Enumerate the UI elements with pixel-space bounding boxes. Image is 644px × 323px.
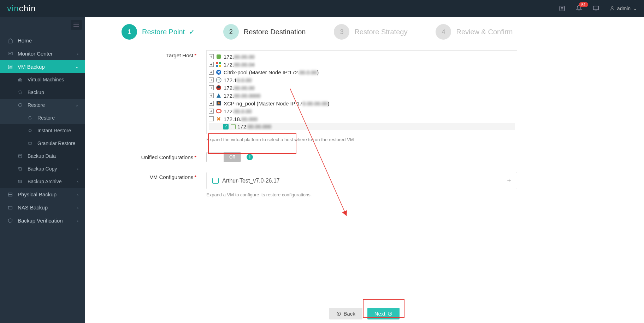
svg-rect-20	[8, 195, 12, 196]
svg-rect-16	[19, 168, 22, 170]
nav-backup-archive[interactable]: Backup Archive ‹	[0, 175, 85, 188]
svg-rect-11	[18, 79, 19, 81]
row-target-host: Target Host* +172.00.00.00 +172.00.00.04…	[107, 50, 621, 142]
svg-rect-21	[8, 206, 12, 209]
svg-rect-19	[8, 193, 12, 194]
user-menu[interactable]: admin ⌄	[609, 6, 637, 11]
annotation-box	[208, 133, 296, 154]
tree-node[interactable]: +XCP-ng_pool (Master Node IP:170.00.00.0…	[209, 99, 515, 107]
svg-point-35	[337, 312, 341, 316]
nav-nas-backup[interactable]: NAS Backup ‹	[0, 201, 85, 214]
svg-rect-23	[216, 62, 218, 64]
home-icon	[6, 38, 14, 44]
tree-node[interactable]: +172.00.00.04	[209, 60, 515, 68]
expand-plus-icon[interactable]: +	[507, 177, 511, 185]
step-restore-point[interactable]: 1 Restore Point ✓	[122, 24, 195, 40]
nav-home[interactable]: Home	[0, 34, 85, 47]
tree-node[interactable]: +172.00.00.0000	[209, 92, 515, 99]
nav-backup-verification[interactable]: Backup Verification ‹	[0, 214, 85, 227]
shield-icon	[6, 218, 14, 224]
sidebar: Home Monitor Center ‹ VM VM Backup ⌄ Vir…	[0, 17, 85, 323]
svg-point-33	[216, 109, 221, 113]
copy-icon	[16, 166, 24, 171]
target-host-helper: Expand the virtual platform to select a …	[206, 137, 517, 142]
nas-icon	[6, 205, 14, 210]
bell-icon[interactable]: 51	[575, 5, 583, 12]
tree-node[interactable]: +172.00.0.00	[209, 107, 515, 115]
chevron-right-icon: ‹	[77, 167, 78, 171]
tree-node[interactable]: +172.00.00.00	[209, 53, 515, 60]
chevron-right-icon: ‹	[77, 52, 78, 56]
target-host-tree[interactable]: +172.00.00.00 +172.00.00.04 +Citrix-pool…	[206, 50, 517, 134]
nav-monitor[interactable]: Monitor Center ‹	[0, 47, 85, 60]
row-vm-config: VM Configurations* Arthur-Test_v7.0-26.1…	[107, 172, 621, 197]
tree-node-selected[interactable]: ✓ 172.00.00.000	[209, 123, 515, 130]
svg-rect-22	[217, 54, 221, 59]
chevron-down-icon: ⌄	[75, 64, 78, 69]
vm-config-item[interactable]: Arthur-Test_v7.0-26.17 +	[206, 172, 517, 189]
vm-small-icon	[212, 178, 219, 184]
nav-backup-copy[interactable]: Backup Copy ‹	[0, 162, 85, 175]
server-icon	[6, 192, 14, 197]
tree-node-expanded[interactable]: −172.18.00.000	[209, 115, 515, 123]
svg-rect-24	[219, 62, 221, 64]
nav-backup-data[interactable]: Backup Data	[0, 150, 85, 162]
nav-physical-backup[interactable]: Physical Backup ‹	[0, 188, 85, 201]
svg-rect-14	[29, 142, 31, 144]
chevron-down-icon: ⌄	[75, 103, 78, 108]
step-review-confirm[interactable]: 4 Review & Confirm	[436, 24, 513, 40]
back-button[interactable]: Back	[329, 308, 362, 319]
sidebar-toggle[interactable]	[71, 20, 82, 30]
tree-node[interactable]: +172.00.00.00	[209, 84, 515, 92]
checkbox-checked-icon: ✓	[223, 124, 229, 129]
nav-restore[interactable]: Restore ⌄	[0, 99, 85, 111]
nav-instant-restore[interactable]: Instant Restore	[0, 124, 85, 137]
svg-rect-18	[19, 181, 22, 183]
list-icon[interactable]	[559, 5, 566, 12]
vm-config-helper: Expand a VM to configure its restore con…	[206, 192, 517, 197]
info-icon[interactable]: i	[247, 154, 253, 160]
chart-icon	[16, 77, 24, 82]
main-content: 1 Restore Point ✓ 2 Restore Destination …	[85, 17, 644, 323]
monitor-center-icon	[6, 51, 14, 57]
check-icon: ✓	[189, 28, 195, 36]
row-unified-config: Unified Configurations* Off i	[107, 152, 621, 162]
svg-rect-12	[20, 79, 20, 81]
unified-toggle[interactable]: Off	[206, 152, 241, 162]
tree-node[interactable]: +Citrix-pool (Master Node IP:172.00.0.00…	[209, 68, 515, 76]
archive-icon	[16, 179, 24, 184]
chevron-right-icon: ‹	[77, 206, 78, 210]
notification-badge: 51	[579, 2, 588, 7]
tree-node[interactable]: +172.10.0.00	[209, 76, 515, 84]
nav-backup[interactable]: Backup	[0, 86, 85, 99]
next-button[interactable]: Next	[367, 308, 400, 319]
nav-vm-backup[interactable]: VM VM Backup ⌄	[0, 60, 85, 73]
chevron-down-icon: ⌄	[633, 6, 637, 11]
nav-granular-restore[interactable]: Granular Restore	[0, 137, 85, 150]
topbar: vinchin 51 admin ⌄	[0, 0, 644, 17]
restore-icon	[16, 103, 24, 108]
database-icon	[16, 154, 24, 158]
svg-rect-25	[216, 65, 218, 67]
logo[interactable]: vinchin	[7, 4, 36, 13]
refresh-icon	[16, 90, 24, 95]
monitor-icon[interactable]	[592, 5, 599, 12]
svg-point-32	[218, 102, 220, 104]
wizard-footer: Back Next	[85, 308, 644, 319]
svg-point-15	[18, 154, 22, 156]
svg-rect-26	[219, 65, 221, 67]
nav-virtual-machines[interactable]: Virtual Machines	[0, 73, 85, 86]
cloud-icon	[26, 128, 34, 133]
svg-rect-5	[593, 6, 598, 10]
svg-point-30	[217, 86, 220, 88]
nav-restore-sub[interactable]: Restore	[0, 111, 85, 124]
step-restore-strategy[interactable]: 3 Restore Strategy	[334, 24, 407, 40]
chevron-right-icon: ‹	[77, 219, 78, 223]
svg-point-7	[611, 7, 613, 8]
host-icon	[231, 124, 236, 129]
step-restore-destination[interactable]: 2 Restore Destination	[223, 24, 306, 40]
vm-icon: VM	[6, 64, 14, 70]
restore-icon	[26, 116, 34, 120]
box-icon	[26, 141, 34, 145]
chevron-right-icon: ‹	[77, 179, 78, 184]
